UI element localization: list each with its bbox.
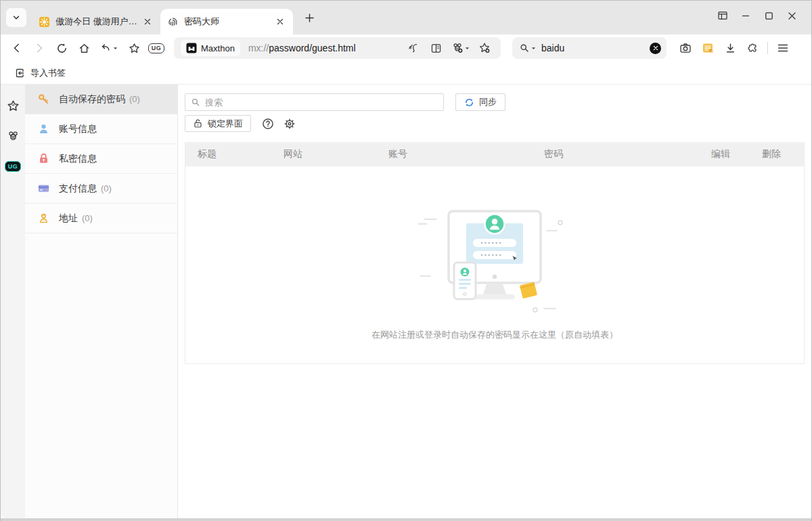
read-aloud-icon <box>407 42 420 54</box>
reload-button[interactable] <box>52 38 71 58</box>
download-icon <box>725 43 736 54</box>
site-identity-chip[interactable]: Maxthon <box>181 40 240 56</box>
empty-illustration <box>413 202 576 318</box>
back-button[interactable] <box>7 38 26 58</box>
bee-plus-icon <box>451 42 464 54</box>
import-bookmarks-label: 导入书签 <box>30 67 66 79</box>
browser-window: 傲游今日 傲游用户专属 密码大师 <box>0 0 812 521</box>
maxthon-logo-icon <box>186 43 197 53</box>
undo-button[interactable] <box>97 38 121 58</box>
reload-icon <box>56 43 68 54</box>
note-icon <box>702 42 714 54</box>
url-scheme: mx:// <box>248 43 269 53</box>
back-icon <box>12 43 22 53</box>
main-menu-button[interactable] <box>773 38 792 58</box>
ug-button[interactable]: UG <box>147 38 166 58</box>
sidebar-item-payment-info[interactable]: 支付信息 (0) <box>25 174 177 204</box>
sidebar-item-label: 私密信息 <box>59 153 97 165</box>
sidebar-item-addresses[interactable]: 地址 (0) <box>25 204 177 233</box>
column-header-edit: 编辑 <box>711 148 762 160</box>
page-content: UG 自动保存的密码 (0) <box>1 85 811 521</box>
puzzle-icon <box>747 43 759 54</box>
password-search-box[interactable] <box>185 93 444 111</box>
web-search-input[interactable] <box>541 43 650 53</box>
hamburger-menu-icon <box>777 42 789 54</box>
ug-panel-button[interactable]: UG <box>4 158 22 175</box>
padlock-icon <box>193 118 203 129</box>
sidebar-item-label: 账号信息 <box>59 123 97 135</box>
tab-maxthon-today[interactable]: 傲游今日 傲游用户专属 <box>32 9 160 35</box>
close-window-button[interactable] <box>780 5 803 26</box>
maximize-button[interactable] <box>757 5 780 26</box>
search-icon <box>191 97 200 107</box>
lock-icon <box>37 152 50 165</box>
tab-close-icon[interactable] <box>274 16 286 28</box>
reader-mode-button[interactable] <box>426 39 445 57</box>
downloads-button[interactable] <box>721 38 740 58</box>
help-button[interactable] <box>261 116 275 131</box>
extensions-button[interactable] <box>743 38 762 58</box>
boss-key-button[interactable] <box>711 5 734 26</box>
clear-search-button[interactable] <box>650 43 661 54</box>
add-to-collection-button[interactable] <box>449 39 472 57</box>
passwords-table: 标题 网站 账号 密码 编辑 删除 <box>185 142 805 364</box>
passwords-main: 同步 锁定界面 <box>178 85 811 518</box>
home-button[interactable] <box>74 38 93 58</box>
ug-badge-icon: UG <box>5 161 20 172</box>
add-favorite-button[interactable] <box>475 39 494 57</box>
minimize-icon <box>741 11 750 20</box>
import-icon <box>14 68 25 78</box>
new-tab-button[interactable] <box>300 8 319 27</box>
star-icon <box>7 99 20 112</box>
empty-state-caption: 在网站注册或登录时自动保存的密码显示在这里（原自动填表） <box>371 329 618 341</box>
star-plus-icon <box>478 42 491 54</box>
sidebar-item-saved-passwords[interactable]: 自动保存的密码 (0) <box>25 85 177 114</box>
toolbar-divider <box>767 42 768 54</box>
sidebar-item-count: (0) <box>129 94 140 104</box>
user-icon <box>37 122 50 135</box>
favorites-button[interactable] <box>125 38 143 58</box>
password-sidebar: 自动保存的密码 (0) 账号信息 <box>25 85 178 518</box>
tab-title: 傲游今日 傲游用户专属 <box>55 16 137 28</box>
read-aloud-button[interactable] <box>404 39 423 57</box>
lock-interface-button[interactable]: 锁定界面 <box>185 115 251 132</box>
sidebar-item-count: (0) <box>101 183 112 194</box>
minimize-button[interactable] <box>734 5 757 26</box>
toolbar-right-group <box>676 38 792 58</box>
credit-card-icon <box>37 182 50 195</box>
chevron-down-icon <box>531 46 536 51</box>
url-path: password/guest.html <box>269 43 355 53</box>
screenshot-button[interactable] <box>676 38 695 58</box>
import-bookmarks-button[interactable]: 导入书签 <box>9 64 71 82</box>
tab-list-dropdown-button[interactable] <box>6 8 26 27</box>
browser-toolbar: UG Maxthon mx://password/guest.html <box>1 35 811 62</box>
gear-icon <box>284 118 296 130</box>
column-header-title: 标题 <box>185 148 284 160</box>
tab-strip: 傲游今日 傲游用户专属 密码大师 <box>1 1 811 35</box>
sidebar-item-label: 支付信息 <box>59 183 97 195</box>
column-header-password: 密码 <box>544 148 711 160</box>
maxnote-button[interactable] <box>698 38 717 58</box>
sync-button[interactable]: 同步 <box>455 93 505 111</box>
sidebar-item-private-info[interactable]: 私密信息 <box>25 144 177 174</box>
maxnote-panel-button[interactable] <box>4 128 22 144</box>
tab-password-master[interactable]: 密码大师 <box>160 9 293 35</box>
undo-icon <box>100 43 111 53</box>
maxthon-today-favicon <box>39 16 50 28</box>
site-brand-label: Maxthon <box>201 43 235 53</box>
settings-button[interactable] <box>282 116 297 131</box>
sidebar-item-account-info[interactable]: 账号信息 <box>25 114 177 144</box>
url-text[interactable]: mx://password/guest.html <box>248 43 404 53</box>
address-bar[interactable]: Maxthon mx://password/guest.html <box>174 37 501 59</box>
layout-panel-icon <box>717 10 728 21</box>
password-search-input[interactable] <box>205 97 438 108</box>
column-header-account: 账号 <box>388 148 544 160</box>
tab-title: 密码大师 <box>184 16 270 28</box>
chevron-down-icon <box>113 46 118 51</box>
address-person-icon <box>37 212 50 225</box>
forward-button[interactable] <box>30 38 49 58</box>
tab-close-icon[interactable] <box>141 16 154 28</box>
sync-icon <box>464 97 474 108</box>
web-search-box[interactable] <box>512 37 667 59</box>
favorites-panel-button[interactable] <box>4 97 22 114</box>
